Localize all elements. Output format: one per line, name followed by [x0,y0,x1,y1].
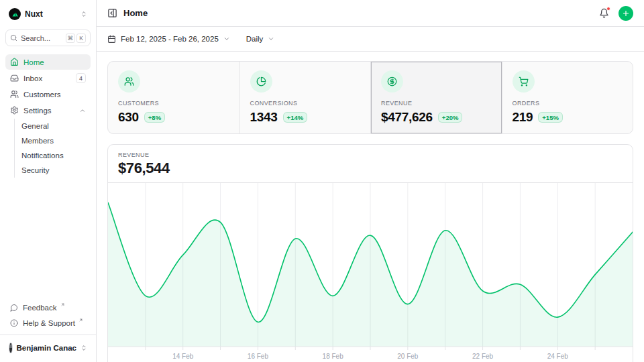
stat-delta-badge: +20% [438,112,463,123]
chevrons-up-down-icon [80,345,87,351]
period-label: Daily [246,35,264,43]
x-axis-label: 18 Feb [323,353,343,360]
help-support-label: Help & Support [23,319,75,327]
notification-dot [606,7,610,11]
filters-toolbar: Feb 12, 2025 - Feb 26, 2025 Daily [97,27,644,52]
x-axis: 14 Feb16 Feb18 Feb20 Feb22 Feb24 Feb [108,351,633,362]
stat-label: REVENUE [381,100,492,107]
sidebar-item-customers[interactable]: Customers [5,86,91,102]
feedback-label: Feedback [23,304,57,312]
stat-label: ORDERS [513,100,623,107]
workspace-name: Nuxt [25,9,43,19]
chart-current-value: $76,544 [118,160,623,177]
x-axis-label: 22 Feb [472,353,493,360]
stat-delta-badge: +15% [538,112,563,123]
period-select[interactable]: Daily [246,35,275,43]
stats-grid: CUSTOMERS 630 +8% CONVERSIONS 1343 +14% [107,61,633,134]
date-range-label: Feb 12, 2025 - Feb 26, 2025 [121,35,219,43]
notifications-button[interactable] [599,8,609,18]
user-name: Benjamin Canac [17,344,76,352]
search-field[interactable] [21,34,62,42]
settings-subnav: General Members Notifications Security [14,119,91,178]
sidebar-item-general[interactable]: General [15,119,91,133]
stat-card-customers[interactable]: CUSTOMERS 630 +8% [108,62,239,133]
pie-chart-icon [250,70,272,93]
users-icon [10,90,19,99]
calendar-icon [107,35,116,44]
sidebar-item-label: Customers [23,90,61,99]
home-icon [10,58,19,66]
search-shortcut: ⌘ K [66,34,87,43]
sidebar-divider [0,335,96,335]
sub-item-label: Members [21,137,54,145]
sidebar-item-label: Home [23,58,44,66]
x-axis-label: 24 Feb [547,353,568,360]
sidebar-item-home[interactable]: Home [5,54,91,70]
dollar-circle-icon [381,70,403,93]
page-title: Home [123,8,148,18]
stat-card-orders[interactable]: ORDERS 219 +15% [502,62,633,133]
workspace-switcher[interactable]: Nuxt [5,5,91,23]
kbd-k: K [76,34,86,43]
sidebar-item-label: Inbox [23,74,42,82]
plus-icon [622,9,630,17]
gear-icon [10,106,19,115]
stat-delta-badge: +8% [144,112,165,123]
sidebar-item-notifications[interactable]: Notifications [15,148,91,163]
sidebar-item-settings[interactable]: Settings [5,103,91,118]
sidebar: Nuxt ⌘ K Home Inbox 4 [0,0,97,362]
stat-value: 1343 [250,110,278,125]
users-icon [118,70,140,93]
stat-card-revenue[interactable]: REVENUE $477,626 +20% [370,62,502,133]
arrow-up-right-icon [78,318,83,322]
chart-plot[interactable] [108,183,633,351]
stat-value: $477,626 [381,110,433,125]
sub-item-label: General [21,122,49,130]
stat-value: 630 [118,110,139,125]
inbox-icon [10,74,19,82]
feedback-link[interactable]: Feedback [5,300,91,315]
collapse-sidebar-button[interactable] [107,8,117,18]
sidebar-spacer [5,178,91,300]
chart-header: REVENUE $76,544 [108,145,633,183]
message-circle-icon [10,304,18,312]
nuxt-logo-icon [9,8,21,20]
stat-value: 219 [513,110,533,125]
header-actions [599,6,633,21]
page-header: Home [97,0,644,27]
user-menu[interactable]: Benjamin Canac [5,339,91,357]
stat-label: CUSTOMERS [118,100,229,107]
panel-left-close-icon [107,8,117,18]
kbd-meta: ⌘ [66,34,76,43]
inbox-count-badge: 4 [76,73,86,83]
chevron-up-icon [79,107,86,114]
search-input[interactable]: ⌘ K [5,29,91,46]
new-item-button[interactable] [619,6,633,21]
date-range-picker[interactable]: Feb 12, 2025 - Feb 26, 2025 [107,35,230,44]
chart-title: REVENUE [118,152,623,158]
help-support-link[interactable]: Help & Support [5,315,91,330]
stat-card-conversions[interactable]: CONVERSIONS 1343 +14% [239,62,371,133]
chevrons-up-down-icon [80,11,87,17]
sidebar-item-inbox[interactable]: Inbox 4 [5,70,91,86]
shopping-cart-icon [513,70,535,93]
x-axis-label: 20 Feb [397,353,418,360]
page-content: CUSTOMERS 630 +8% CONVERSIONS 1343 +14% [97,52,644,362]
sidebar-item-members[interactable]: Members [15,133,91,148]
arrow-up-right-icon [60,302,65,307]
stat-delta-badge: +14% [283,112,308,123]
x-axis-label: 14 Feb [172,353,193,360]
info-icon [10,319,18,327]
main-area: Home Feb 12, 2025 - Feb 26, 2025 [97,0,644,362]
sidebar-item-security[interactable]: Security [15,163,91,178]
search-icon [10,34,17,42]
avatar [9,343,13,353]
revenue-chart-card: REVENUE $76,544 14 Feb16 Feb18 Feb20 Feb… [107,144,633,362]
sidebar-nav: Home Inbox 4 Customers Settings Genera [5,54,91,178]
chevron-down-icon [223,36,230,42]
stat-label: CONVERSIONS [250,100,361,107]
sub-item-label: Notifications [21,152,64,160]
sub-item-label: Security [21,166,50,174]
x-axis-label: 16 Feb [248,353,268,360]
chevron-down-icon [268,36,274,42]
